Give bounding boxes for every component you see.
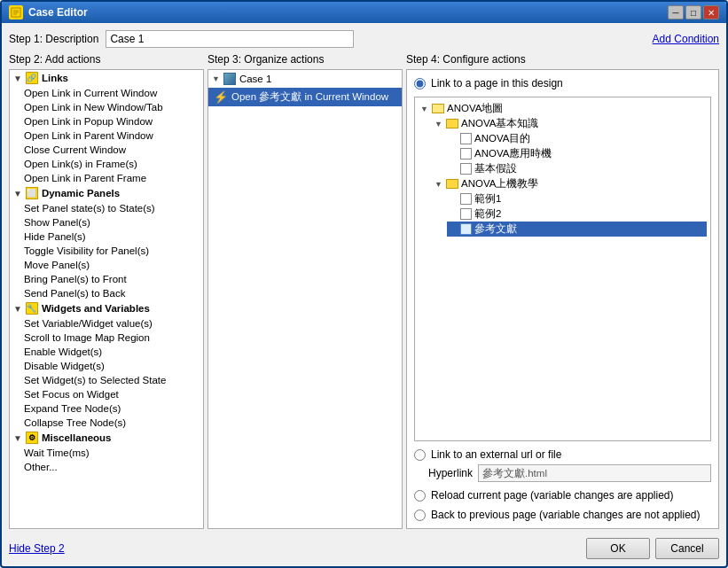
content-area: Step 1: Description Add Condition Step 2… <box>2 23 726 566</box>
hyperlink-input[interactable] <box>478 464 711 482</box>
step2-panel: Step 2: Add actions ▼ 🔗 Links Open Link … <box>9 53 204 529</box>
ok-button[interactable]: OK <box>586 538 650 559</box>
list-item-close-window[interactable]: Close Current Window <box>10 143 203 157</box>
list-item-show-panel[interactable]: Show Panel(s) <box>10 215 203 230</box>
folder-icon-root <box>432 104 444 113</box>
list-item-enable-widget[interactable]: Enable Widget(s) <box>10 345 203 359</box>
tree-row-basic[interactable]: ▼ ANOVA基本知識 <box>433 116 707 131</box>
minimize-button[interactable]: ─ <box>668 5 684 19</box>
dynamic-panels-icon: ⬜ <box>26 187 38 199</box>
file-icon-assumption <box>460 163 472 175</box>
radio-reload-label: Reload current page (variable changes ar… <box>431 489 674 502</box>
step3-action-label: Open 參考文獻 in Current Window <box>231 90 388 104</box>
radio-link-design-row: Link to a page in this design <box>414 77 711 89</box>
list-item-disable-widget[interactable]: Disable Widget(s) <box>10 359 203 373</box>
list-item-open-frame[interactable]: Open Link(s) in Frame(s) <box>10 157 203 171</box>
step1-row: Step 1: Description Add Condition <box>9 30 719 48</box>
tree-label-tutorial: ANOVA上機教學 <box>461 177 538 191</box>
list-item-toggle-visibility[interactable]: Toggle Visibility for Panel(s) <box>10 244 203 258</box>
maximize-button[interactable]: □ <box>685 5 701 19</box>
file-icon-reference <box>460 223 472 235</box>
window-title: Case Editor <box>28 6 88 19</box>
list-item-open-current[interactable]: Open Link in Current Window <box>10 86 203 100</box>
arrow-icon-dynamic: ▼ <box>13 189 22 198</box>
list-item-open-parent-frame[interactable]: Open Link in Parent Frame <box>10 171 203 185</box>
list-item-open-parent[interactable]: Open Link in Parent Window <box>10 128 203 143</box>
step3-list[interactable]: ▼ Case 1 ⚡ Open 參考文獻 in Current Window <box>207 69 403 529</box>
tree-node-tutorial: ▼ ANOVA上機教學 範例1 <box>433 176 707 237</box>
step3-case-label: Case 1 <box>239 74 271 84</box>
list-item-wait-time[interactable]: Wait Time(ms) <box>10 446 203 460</box>
case-description-input[interactable] <box>106 30 354 48</box>
list-item-collapse-tree[interactable]: Collapse Tree Node(s) <box>10 416 203 430</box>
category-widgets: ▼ 🔧 Widgets and Variables <box>10 300 203 316</box>
list-item-open-new-tab[interactable]: Open Link in New Window/Tab <box>10 100 203 114</box>
radio-reload[interactable] <box>414 490 426 502</box>
step2-list[interactable]: ▼ 🔗 Links Open Link in Current Window Op… <box>9 69 204 529</box>
file-icon-timing <box>460 148 472 160</box>
arrow-icon: ▼ <box>13 74 22 83</box>
step4-header: Step 4: Configure actions <box>406 53 719 66</box>
tree-children-basic: ANOVA目的 ANOVA應用時機 <box>433 131 707 176</box>
tree-toggle-tutorial: ▼ <box>434 180 443 189</box>
title-bar: Case Editor ─ □ ✕ <box>2 2 726 23</box>
list-item-move-panel[interactable]: Move Panel(s) <box>10 258 203 272</box>
widgets-icon: 🔧 <box>26 302 38 315</box>
cancel-button[interactable]: Cancel <box>655 538 719 559</box>
list-item-open-popup[interactable]: Open Link in Popup Window <box>10 114 203 128</box>
list-item-set-selected-state[interactable]: Set Widget(s) to Selected State <box>10 373 203 387</box>
tree-children-tutorial: 範例1 範例2 <box>433 191 707 237</box>
add-condition-link[interactable]: Add Condition <box>653 33 719 45</box>
step3-arrow: ▼ <box>212 74 220 83</box>
tree-root: ▼ ANOVA地圖 ▼ ANOVA基本知識 <box>419 101 707 237</box>
page-tree[interactable]: ▼ ANOVA地圖 ▼ ANOVA基本知識 <box>414 97 711 441</box>
radio-reload-row: Reload current page (variable changes ar… <box>414 489 711 502</box>
category-links: ▼ 🔗 Links <box>10 70 203 86</box>
file-icon-example2 <box>460 208 472 220</box>
hide-step2-link[interactable]: Hide Step 2 <box>9 542 65 555</box>
tree-label-assumption: 基本假設 <box>474 162 517 175</box>
step4-content: Link to a page in this design ▼ ANOVA地圖 <box>406 69 719 529</box>
step3-action-item[interactable]: ⚡ Open 參考文獻 in Current Window <box>208 88 402 106</box>
category-widgets-label: Widgets and Variables <box>42 303 150 314</box>
links-category-icon: 🔗 <box>26 72 38 84</box>
list-item-hide-panel[interactable]: Hide Panel(s) <box>10 230 203 244</box>
list-item-send-back[interactable]: Send Panel(s) to Back <box>10 286 203 300</box>
folder-icon-basic <box>446 119 458 128</box>
list-item-scroll-image[interactable]: Scroll to Image Map Region <box>10 331 203 345</box>
category-dynamic-label: Dynamic Panels <box>42 188 120 198</box>
case-editor-window: Case Editor ─ □ ✕ Step 1: Description Ad… <box>0 0 728 568</box>
file-icon-purpose <box>460 133 472 144</box>
tree-row-tutorial[interactable]: ▼ ANOVA上機教學 <box>433 176 707 191</box>
tree-row-timing[interactable]: ANOVA應用時機 <box>447 146 707 161</box>
list-item-set-focus[interactable]: Set Focus on Widget <box>10 387 203 401</box>
tree-row-purpose[interactable]: ANOVA目的 <box>447 131 707 146</box>
tree-row-reference[interactable]: 參考文獻 <box>447 222 707 237</box>
category-links-label: Links <box>42 73 68 83</box>
tree-label-basic: ANOVA基本知識 <box>461 117 538 130</box>
close-button[interactable]: ✕ <box>703 5 719 19</box>
list-item-set-variable[interactable]: Set Variable/Widget value(s) <box>10 316 203 331</box>
tree-label-example2: 範例2 <box>474 207 501 221</box>
list-item-set-panel-state[interactable]: Set Panel state(s) to State(s) <box>10 201 203 215</box>
tree-row-example2[interactable]: 範例2 <box>447 206 707 222</box>
radio-back[interactable] <box>414 510 426 521</box>
bottom-row: Hide Step 2 OK Cancel <box>9 534 719 559</box>
main-panels: Step 2: Add actions ▼ 🔗 Links Open Link … <box>9 53 719 529</box>
title-bar-left: Case Editor <box>9 5 88 19</box>
arrow-icon-widgets: ▼ <box>13 304 22 314</box>
tree-label-reference: 參考文獻 <box>474 222 517 236</box>
tree-row-root[interactable]: ▼ ANOVA地圖 <box>419 101 707 116</box>
list-item-expand-tree[interactable]: Expand Tree Node(s) <box>10 401 203 416</box>
tree-children-root: ▼ ANOVA基本知識 ANOVA目的 <box>419 116 707 237</box>
radio-external-row: Link to an external url or file <box>414 448 711 461</box>
tree-row-assumption[interactable]: 基本假設 <box>447 161 707 176</box>
list-item-bring-front[interactable]: Bring Panel(s) to Front <box>10 272 203 286</box>
tree-row-example1[interactable]: 範例1 <box>447 191 707 206</box>
step3-header: Step 3: Organize actions <box>207 53 403 66</box>
list-item-other[interactable]: Other... <box>10 460 203 474</box>
radio-external[interactable] <box>414 449 426 461</box>
category-misc: ▼ ⚙ Miscellaneous <box>10 430 203 446</box>
radio-link-design[interactable] <box>414 78 426 89</box>
tree-label-purpose: ANOVA目的 <box>474 132 530 145</box>
